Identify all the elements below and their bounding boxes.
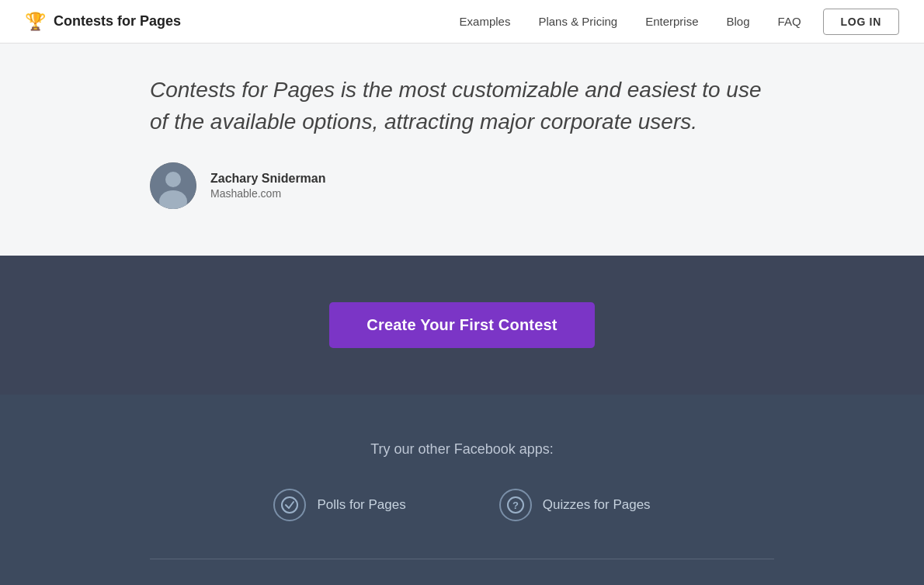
nav-brand[interactable]: 🏆 Contests for Pages: [25, 12, 460, 32]
svg-point-3: [282, 497, 297, 513]
footer-divider: [150, 559, 774, 559]
polls-app-item[interactable]: Polls for Pages: [273, 489, 405, 521]
apps-section: Try our other Facebook apps: Polls for P…: [0, 395, 924, 585]
nav-enterprise[interactable]: Enterprise: [645, 15, 698, 28]
author-name: Zachary Sniderman: [210, 172, 326, 186]
apps-title: Try our other Facebook apps:: [150, 441, 774, 458]
nav-examples[interactable]: Examples: [460, 15, 511, 28]
nav-plans-pricing[interactable]: Plans & Pricing: [538, 15, 617, 28]
svg-point-1: [165, 172, 181, 187]
quizzes-app-item[interactable]: ? Quizzes for Pages: [499, 489, 651, 521]
quizzes-icon: ?: [499, 489, 532, 521]
nav-blog[interactable]: Blog: [727, 15, 750, 28]
avatar-initials: [150, 162, 196, 209]
testimonial-section: Contests for Pages is the most customiza…: [0, 44, 924, 256]
apps-grid: Polls for Pages ? Quizzes for Pages: [150, 489, 774, 521]
polls-label: Polls for Pages: [317, 497, 405, 513]
author-info: Zachary Sniderman Mashable.com: [210, 172, 326, 200]
trophy-icon: 🏆: [25, 12, 46, 32]
nav-links: Examples Plans & Pricing Enterprise Blog…: [460, 15, 801, 29]
svg-text:?: ?: [512, 500, 519, 511]
polls-icon: [273, 489, 306, 521]
quizzes-label: Quizzes for Pages: [543, 497, 651, 513]
testimonial-text: Contests for Pages is the most customiza…: [150, 75, 774, 138]
navbar: 🏆 Contests for Pages Examples Plans & Pr…: [0, 0, 924, 44]
cta-section: Create Your First Contest: [0, 256, 924, 395]
login-button[interactable]: LOG IN: [823, 9, 899, 35]
avatar: [150, 162, 196, 209]
brand-label: Contests for Pages: [54, 13, 181, 30]
author-source: Mashable.com: [210, 187, 326, 200]
nav-faq[interactable]: FAQ: [778, 15, 801, 28]
testimonial-author: Zachary Sniderman Mashable.com: [150, 162, 774, 209]
create-contest-button[interactable]: Create Your First Contest: [329, 302, 594, 348]
